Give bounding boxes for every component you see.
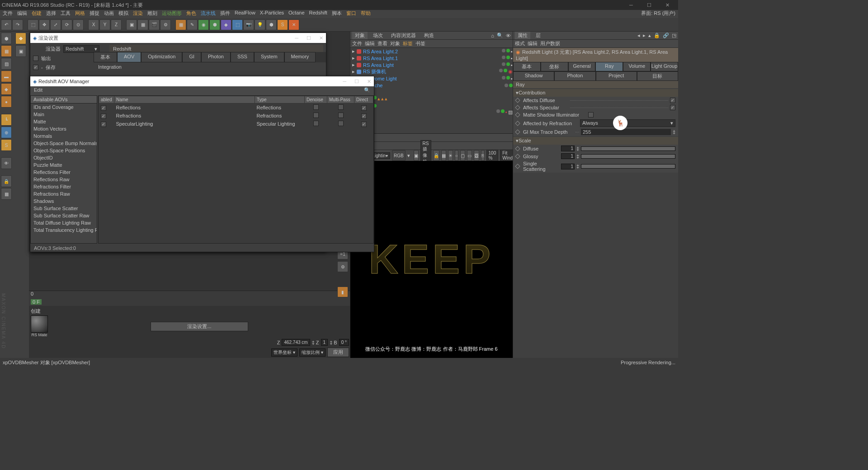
texture-mode-icon[interactable]: ▨: [1, 58, 12, 70]
checkbox[interactable]: [33, 56, 38, 61]
nav-up-icon[interactable]: ▴: [648, 33, 651, 38]
environment-icon[interactable]: ⬚: [232, 19, 243, 30]
maximize-button[interactable]: ☐: [640, 0, 658, 9]
keyframe-icon[interactable]: [515, 121, 520, 126]
aov-available-item[interactable]: Refractions Filter: [31, 183, 97, 190]
attr-menu[interactable]: 模式: [515, 40, 525, 47]
obj-menu[interactable]: 对象: [390, 40, 400, 47]
object-tree[interactable]: ▸RS Area Light.2▪ ▸RS Area Light.1▪ ▸RS …: [350, 48, 513, 134]
menu-item[interactable]: 雕刻: [147, 10, 157, 18]
attr-tab[interactable]: 目标: [637, 71, 678, 81]
slider[interactable]: [581, 146, 675, 151]
tag-icon[interactable]: ▴: [377, 96, 380, 102]
render-settings-icon[interactable]: ⚙: [160, 19, 171, 30]
menu-item[interactable]: 文件: [3, 10, 13, 18]
col-denoise[interactable]: Denoise: [305, 96, 327, 103]
attr-number[interactable]: 255: [581, 129, 671, 135]
redo-icon[interactable]: ↷: [12, 19, 23, 30]
tab-attributes[interactable]: 属性: [515, 32, 530, 39]
attr-group-contribution[interactable]: ▾ Contribution: [513, 89, 678, 97]
rv-snapshot-icon[interactable]: ▣: [414, 150, 419, 161]
aov-available-item[interactable]: Reflections Filter: [31, 169, 97, 176]
tab-takes[interactable]: 场次: [370, 32, 386, 39]
chevron-down-icon[interactable]: ▾: [407, 153, 410, 159]
timeline-ruler[interactable]: 0: [29, 291, 350, 298]
checkbox[interactable]: ✓: [361, 105, 367, 111]
checkbox[interactable]: ✓: [101, 113, 106, 119]
rs-tab[interactable]: SSS: [231, 52, 254, 62]
rs-integration[interactable]: Integration: [94, 62, 326, 71]
poly-mode-icon[interactable]: ◆: [1, 83, 12, 95]
viewport-gear-icon[interactable]: ⚙: [337, 261, 348, 272]
keyframe-icon[interactable]: [515, 98, 520, 103]
rs-left-item[interactable]: 保存: [46, 64, 56, 71]
rv-circle-icon[interactable]: ○: [455, 150, 458, 161]
rv-zoom[interactable]: 100 %: [486, 150, 499, 161]
attr-tab-active[interactable]: Ray: [595, 62, 623, 71]
checkbox[interactable]: ✓: [33, 65, 38, 70]
camera-icon[interactable]: 📷: [243, 19, 254, 30]
material-swatch[interactable]: [31, 315, 48, 333]
menu-item[interactable]: 选择: [46, 10, 56, 18]
menu-item[interactable]: 脚本: [332, 10, 342, 18]
link-icon[interactable]: 🔗: [663, 33, 669, 38]
keyframe-icon[interactable]: [515, 129, 520, 134]
aov-available-item[interactable]: Object-Space Bump Normals: [31, 140, 97, 147]
rv-grid-icon[interactable]: ▦: [441, 150, 446, 161]
renderer-select[interactable]: Redshift▾: [63, 45, 99, 53]
col-name[interactable]: Name: [114, 96, 255, 103]
checkbox[interactable]: [313, 121, 319, 126]
tag-icon[interactable]: ◉: [508, 69, 513, 75]
obj-menu[interactable]: 标签: [403, 40, 413, 47]
search-icon[interactable]: 🔍: [364, 87, 370, 94]
aov-available-item[interactable]: Reflections Raw: [31, 176, 97, 183]
render-settings-button[interactable]: 渲染设置...: [151, 322, 248, 331]
select-tool-icon[interactable]: ⬚: [28, 19, 38, 30]
obj-menu[interactable]: 书签: [415, 40, 425, 47]
rv-sun-icon[interactable]: ☀: [448, 150, 453, 161]
redshift-icon[interactable]: S: [277, 19, 288, 30]
point-mode-icon[interactable]: ●: [1, 96, 12, 108]
coord-zr[interactable]: 1: [321, 339, 328, 346]
attr-number[interactable]: 1: [561, 164, 575, 169]
menu-item[interactable]: 编辑: [17, 10, 27, 18]
menu-item[interactable]: 运动图形: [162, 10, 182, 18]
obj-item[interactable]: xpCache: [363, 83, 503, 88]
aov-row[interactable]: ✓ReflectionsReflections✓: [99, 103, 373, 112]
menu-item[interactable]: 网格: [75, 10, 85, 18]
last-tool-icon[interactable]: ⊙: [73, 19, 84, 30]
menu-item[interactable]: X-Particles: [260, 10, 284, 18]
obj-menu[interactable]: 编辑: [365, 40, 375, 47]
dialog-minimize-icon[interactable]: ─: [343, 79, 346, 85]
move-tool-icon[interactable]: ✥: [39, 19, 50, 30]
rs-tab[interactable]: Optimization: [141, 52, 182, 62]
dialog-maximize-icon[interactable]: ☐: [354, 79, 359, 85]
aov-available-item[interactable]: Total Translucency Lighting Raw: [31, 226, 97, 234]
attr-number[interactable]: 1: [561, 153, 575, 159]
attr-group-scale[interactable]: ▾ Scale: [513, 137, 678, 145]
tag-icon[interactable]: ▴: [385, 96, 387, 102]
tab-objects[interactable]: 对象: [352, 32, 368, 39]
aov-available-item[interactable]: Puzzle Matte: [31, 161, 97, 169]
coord-b[interactable]: 0 °: [339, 339, 349, 346]
make-editable-icon[interactable]: ⬢: [1, 33, 12, 44]
generator2-icon[interactable]: ⬢: [209, 19, 220, 30]
deformer-icon[interactable]: ◆: [221, 19, 231, 30]
aov-available-item[interactable]: Normals: [31, 132, 97, 140]
aov-available-item[interactable]: Sub Surface Scatter Raw: [31, 212, 97, 219]
rs-left-item[interactable]: 输出: [41, 55, 51, 62]
home-icon[interactable]: ⌂: [491, 33, 494, 38]
attr-tab[interactable]: 坐标: [541, 62, 568, 71]
rs-tab-active[interactable]: AOV: [117, 52, 141, 62]
keyframe-icon[interactable]: [515, 105, 520, 110]
checkbox[interactable]: ✓: [361, 113, 367, 119]
dialog-maximize-icon[interactable]: ☐: [307, 35, 311, 41]
aov-row[interactable]: ✓RefractionsRefractions✓: [99, 112, 373, 120]
menu-item[interactable]: 帮助: [361, 10, 371, 18]
rv-aspect-icon[interactable]: ▭: [467, 150, 472, 161]
attr-select[interactable]: Always▾: [580, 119, 675, 127]
rs-tab[interactable]: 基本: [94, 52, 117, 62]
aov-available-item[interactable]: Total Diffuse Lighting Raw: [31, 219, 97, 226]
aov-available-item[interactable]: Main: [31, 111, 97, 118]
rv-copy-icon[interactable]: ⎘: [481, 150, 485, 161]
